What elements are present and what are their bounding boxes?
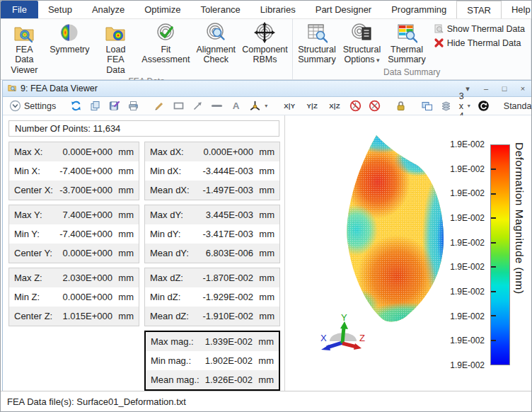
stat-value: -7.400E+000 — [59, 166, 112, 176]
window-title-bar[interactable]: 9: FEA Data Viewer ▾–□× — [3, 81, 532, 97]
stat-label: Center Y: — [14, 248, 52, 258]
stat-unit: mm — [253, 248, 274, 258]
ribbon-button-label: Structural Summary — [298, 45, 336, 65]
plane-xz-button[interactable]: X|Z — [325, 100, 345, 112]
print-icon — [127, 100, 139, 112]
show-thermal-data-button[interactable]: Show Thermal Data — [434, 23, 525, 34]
maximize-button[interactable]: □ — [500, 84, 509, 93]
stat-row: Center Y:0.000E+000mm — [9, 244, 139, 263]
pencil-tool-button[interactable] — [151, 99, 168, 113]
hide-thermal-data-button[interactable]: Hide Thermal Data — [434, 38, 525, 48]
chevron-down-icon: ▾ — [265, 103, 267, 109]
plane-xy-button[interactable]: X|Y — [279, 100, 299, 112]
colorbar-tick-label: 1.9E-002 — [450, 360, 485, 370]
settings-button[interactable]: Settings — [7, 99, 58, 113]
stat-label: Mean dX: — [150, 185, 190, 195]
magnitude-stats-box: Max mag.:1.939E-002mmMin mag.:1.902E-002… — [144, 331, 280, 391]
menu-item-optimize[interactable]: Optimize — [134, 1, 190, 18]
arrow-tool-button[interactable] — [190, 99, 206, 113]
stat-row: Mean dX:-1.497E-003mm — [145, 181, 279, 200]
colorbar-tick-mark — [491, 291, 496, 292]
stat-value: 7.400E+000 — [63, 210, 112, 220]
stat-label: Mean mag.: — [151, 374, 200, 385]
stat-value: -1.929E-002 — [202, 292, 253, 302]
stat-unit: mm — [112, 311, 134, 321]
load-fea-data-button[interactable]: Load FEA Data — [93, 20, 139, 76]
layers-button[interactable] — [438, 99, 454, 113]
plane-yz-button[interactable]: Y|Z — [302, 100, 322, 112]
preset-dropdown[interactable]: Standard▾ — [502, 101, 532, 112]
toolbar-label: Standard — [504, 101, 532, 111]
print-button[interactable] — [125, 99, 141, 113]
stat-row: Mean dY:6.803E-006mm — [145, 244, 279, 263]
stat-row: Max Y:7.400E+000mm — [9, 205, 139, 224]
deformation-plot-panel[interactable]: X Y Z 1.9E-0021.9E-0021.9E-0021.9E-0021.… — [285, 115, 532, 412]
symmetry-button[interactable]: Symmetry — [47, 20, 93, 55]
orientation-button[interactable]: ▾ — [247, 99, 270, 113]
component-rbms-button[interactable]: Component RBMs — [239, 20, 291, 66]
lock-icon — [395, 100, 407, 112]
stats-box: Max dY:3.445E-003mmMin dY:-3.417E-003mmM… — [144, 205, 280, 263]
stat-unit: mm — [112, 166, 134, 176]
toolbar-label: Settings — [24, 101, 56, 111]
stat-row: Min dY:-3.417E-003mm — [145, 224, 279, 244]
menu-item-programming[interactable]: Programming — [381, 1, 456, 18]
structural-summary-icon — [306, 22, 328, 43]
stat-row: Max dZ:-1.870E-002mm — [145, 268, 279, 287]
save-button[interactable] — [106, 99, 122, 113]
no-triad-icon — [349, 100, 362, 112]
rectangle-tool-button[interactable] — [170, 99, 187, 113]
structural-options-button[interactable]: Structural Options — [340, 20, 385, 66]
stat-row: Center X:-3.700E+000mm — [9, 181, 139, 200]
ribbon-button-label: Symmetry — [50, 45, 89, 55]
thermal-data-buttons: Show Thermal DataHide Thermal Data — [429, 20, 529, 48]
fea-data-viewer-button[interactable]: FEA Data Viewer — [2, 20, 47, 76]
thermal-summary-button[interactable]: Thermal Summary — [384, 20, 429, 66]
fit-assessment-button[interactable]: Fit Assessment — [139, 20, 193, 66]
close-button[interactable]: × — [519, 84, 527, 93]
colorbar-tick-label: 1.9E-002 — [450, 164, 485, 174]
menu-item-file[interactable]: File — [1, 1, 38, 18]
menu-item-tolerance[interactable]: Tolerance — [190, 1, 250, 18]
copy-button[interactable] — [87, 99, 103, 113]
ribbon-button-label: FEA Data Viewer — [6, 45, 43, 75]
ribbon-button-label: Component RBMs — [242, 45, 288, 65]
menu-item-analyze[interactable]: Analyze — [82, 1, 134, 18]
hide-triad-button[interactable] — [347, 99, 364, 113]
minimize-button[interactable]: – — [482, 84, 490, 93]
toolbar-label: Y|Z — [304, 101, 320, 111]
stat-unit: mm — [253, 292, 274, 302]
structural-summary-button[interactable]: Structural Summary — [294, 20, 340, 66]
line-tool-button[interactable] — [209, 99, 225, 113]
stat-label: Mean dZ: — [150, 311, 189, 321]
menu-item-part-designer[interactable]: Part Designer — [306, 1, 381, 18]
stat-label: Center Z: — [14, 311, 52, 321]
stats-box: Max dZ:-1.870E-002mmMin dZ:-1.929E-002mm… — [144, 268, 280, 326]
menu-item-libraries[interactable]: Libraries — [250, 1, 306, 18]
stat-label: Max X: — [14, 147, 42, 157]
stat-row: Max dX:0.000E+000mm — [145, 142, 279, 161]
stat-value: 0.000E+000 — [204, 147, 253, 157]
menu-item-setup[interactable]: Setup — [38, 1, 82, 18]
lock-button[interactable] — [393, 99, 409, 113]
colorbar-tick-mark — [491, 168, 496, 170]
stat-label: Max Y: — [14, 210, 42, 220]
stat-value: 3.445E-003 — [206, 210, 253, 220]
refresh-button[interactable] — [68, 99, 84, 113]
colorbar — [490, 144, 510, 365]
hide-clip-button[interactable] — [366, 99, 383, 113]
menu-item-help[interactable]: Help — [502, 1, 532, 18]
stat-value: 0.000E+000 — [63, 147, 112, 157]
axis3d-icon — [249, 100, 261, 112]
window-controls: ▾–□× — [463, 84, 528, 93]
text-tool-button[interactable]: A — [228, 99, 244, 113]
menu-item-star[interactable]: STAR — [456, 1, 502, 18]
reset-view-button[interactable] — [475, 99, 492, 113]
copy-icon — [89, 100, 101, 112]
no-scissors-icon — [369, 100, 381, 112]
window-layout-button[interactable] — [419, 99, 435, 113]
ribbon-group-fea-data: FEA Data ViewerSymmetryLoad FEA DataFit … — [1, 19, 293, 79]
alignment-check-button[interactable]: Alignment Check — [193, 20, 239, 66]
colorbar-tick-mark — [491, 315, 496, 316]
small-button-label: Show Thermal Data — [447, 24, 525, 34]
